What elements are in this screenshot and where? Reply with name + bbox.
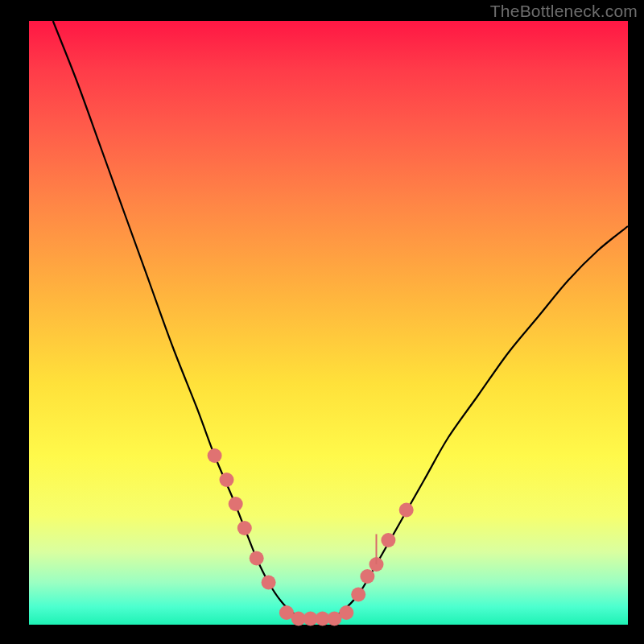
curve-marker-dot xyxy=(220,473,234,487)
curve-marker-dot xyxy=(208,448,222,463)
curve-marker-dot xyxy=(339,605,353,620)
bottleneck-curve xyxy=(53,21,628,619)
curve-marker-dot xyxy=(351,588,365,602)
curve-marker-dot xyxy=(399,503,414,518)
curve-marker-dot xyxy=(237,521,252,535)
curve-marker-dot xyxy=(229,497,243,511)
watermark-label: TheBottleneck.com xyxy=(490,2,638,21)
plot-area xyxy=(29,21,628,625)
chart-frame: TheBottleneck.com xyxy=(0,0,644,644)
curve-marker-dot xyxy=(360,569,374,584)
curve-marker-dot xyxy=(250,551,264,566)
curve-marker-dot xyxy=(381,533,395,547)
bottleneck-curve-svg xyxy=(29,21,628,625)
curve-markers xyxy=(208,448,414,626)
curve-marker-dot xyxy=(262,576,276,590)
